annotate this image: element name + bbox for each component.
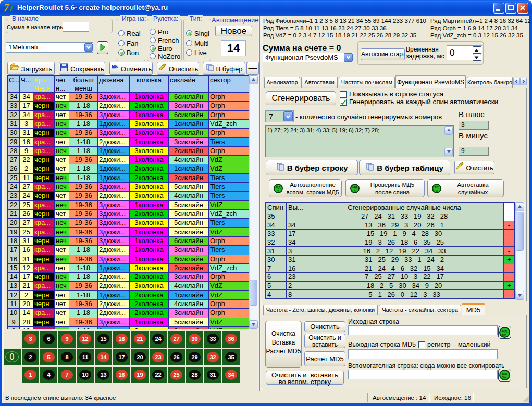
svg-text:7: 7 [4, 2, 9, 14]
